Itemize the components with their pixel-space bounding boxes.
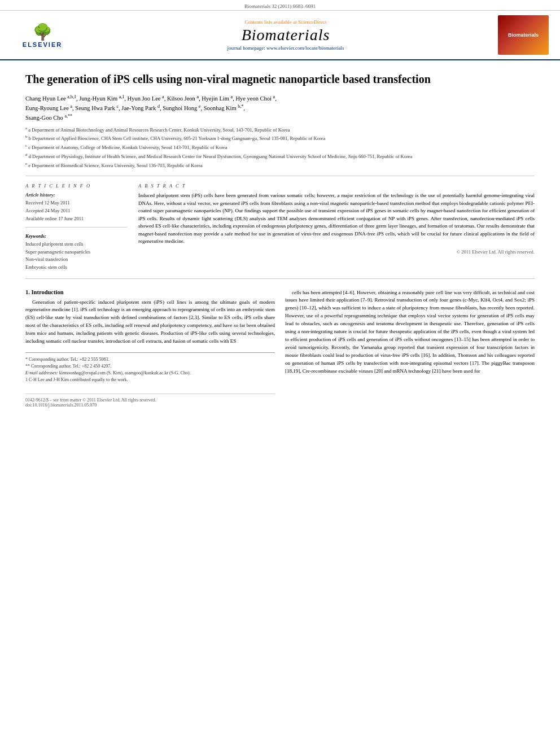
affiliation-e: e e Department of Biomedical Science, Ko… bbox=[25, 161, 535, 169]
abstract-text: Induced pluripotent stem (iPS) cells hav… bbox=[138, 192, 535, 246]
keyword-1: Induced pluripotent stem cells bbox=[25, 241, 127, 248]
article-content: The generation of iPS cells using non-vi… bbox=[0, 60, 560, 419]
elsevier-logo: 🌳 ELSEVIER bbox=[11, 23, 73, 48]
introduction-right-text: cells has been attempted [4–6]. However,… bbox=[285, 289, 535, 375]
issn-text: 0142-9612/$ – see front matter © 2011 El… bbox=[25, 397, 156, 408]
footnote-emails: E-mail addresses: kimsoonhag@eropal.com … bbox=[25, 370, 275, 377]
footnote-corresponding-2: ** Corresponding author. Tel.: +82 2 450… bbox=[25, 363, 275, 370]
journal-homepage: journal homepage: www.elsevier.com/locat… bbox=[73, 45, 498, 51]
affiliation-d: d d Department of Physiology, Institute … bbox=[25, 152, 535, 160]
introduction-heading: 1. Introduction bbox=[25, 289, 275, 295]
affiliations: a a Department of Animal Biotechnology a… bbox=[25, 126, 535, 169]
footnote-area: * Corresponding author. Tel.: +82 2 555 … bbox=[25, 352, 275, 383]
intro-right-paragraph: cells has been attempted [4–6]. However,… bbox=[285, 289, 535, 375]
elsevier-tree-icon: 🌳 bbox=[33, 23, 53, 41]
received-date: Received 12 May 2011 bbox=[25, 199, 127, 207]
available-date: Available online 17 June 2011 bbox=[25, 215, 127, 223]
article-info-heading: A R T I C L E I N F O bbox=[25, 183, 127, 189]
abstract-column: A B S T R A C T Induced pluripotent stem… bbox=[138, 183, 535, 271]
bottom-bar: 0142-9612/$ – see front matter © 2011 El… bbox=[25, 394, 275, 408]
page-wrapper: Biomaterials 32 (2011) 6683–6691 🌳 ELSEV… bbox=[0, 0, 560, 419]
elsevier-wordmark: ELSEVIER bbox=[23, 41, 62, 48]
science-direct-line: Contents lists available at ScienceDirec… bbox=[73, 19, 498, 25]
article-dates: Received 12 May 2011 Accepted 24 May 201… bbox=[25, 199, 127, 222]
article-title: The generation of iPS cells using non-vi… bbox=[25, 72, 535, 86]
intro-left-paragraph: Generation of patient-specific induced p… bbox=[25, 299, 275, 346]
keywords-list: Induced pluripotent stem cells Super par… bbox=[25, 241, 127, 271]
affiliation-b: b b Department of Applied Bioscience, CH… bbox=[25, 134, 535, 142]
keywords-label: Keywords: bbox=[25, 233, 127, 239]
divider-1 bbox=[25, 176, 535, 176]
journal-title-center: Contents lists available at ScienceDirec… bbox=[73, 19, 498, 51]
keyword-4: Embryonic stem cells bbox=[25, 264, 127, 272]
accepted-date: Accepted 24 May 2011 bbox=[25, 207, 127, 215]
keyword-2: Super paramagnetic nanoparticles bbox=[25, 248, 127, 256]
authors-text: Chang Hyun Lee a,b,1, Jung-Hyun Kim a,1,… bbox=[25, 95, 277, 121]
footnote-1: 1 C-H Lee and J-H Kim contributed equall… bbox=[25, 377, 275, 383]
affiliation-c: c c Department of Anatomy, College of Me… bbox=[25, 143, 535, 151]
journal-citation-bar: Biomaterials 32 (2011) 6683–6691 bbox=[0, 0, 560, 11]
body-columns: 1. Introduction Generation of patient-sp… bbox=[25, 289, 535, 408]
introduction-left-text: Generation of patient-specific induced p… bbox=[25, 299, 275, 346]
body-right-column: cells has been attempted [4–6]. However,… bbox=[285, 289, 535, 408]
info-abstract-columns: A R T I C L E I N F O Article history: R… bbox=[25, 183, 535, 271]
science-direct-link[interactable]: ScienceDirect bbox=[298, 19, 326, 25]
keyword-3: Non-viral transfection bbox=[25, 256, 127, 264]
body-left-column: 1. Introduction Generation of patient-sp… bbox=[25, 289, 275, 408]
biomaterials-logo-box: Biomaterials bbox=[498, 15, 549, 55]
journal-name: Biomaterials bbox=[73, 26, 498, 44]
divider-2 bbox=[25, 278, 535, 279]
history-label: Article history: bbox=[25, 192, 127, 198]
abstract-heading: A B S T R A C T bbox=[138, 183, 535, 189]
left-col-divider bbox=[25, 227, 127, 228]
footnote-corresponding-1: * Corresponding author. Tel.: +82 2 555 … bbox=[25, 356, 275, 363]
authors-line: Chang Hyun Lee a,b,1, Jung-Hyun Kim a,1,… bbox=[25, 93, 535, 123]
affiliation-a: a a Department of Animal Biotechnology a… bbox=[25, 126, 535, 134]
journal-citation: Biomaterials 32 (2011) 6683–6691 bbox=[244, 3, 316, 9]
article-info-column: A R T I C L E I N F O Article history: R… bbox=[25, 183, 127, 271]
journal-header: 🌳 ELSEVIER Contents lists available at S… bbox=[0, 11, 560, 60]
copyright-line: © 2011 Elsevier Ltd. All rights reserved… bbox=[138, 249, 535, 255]
